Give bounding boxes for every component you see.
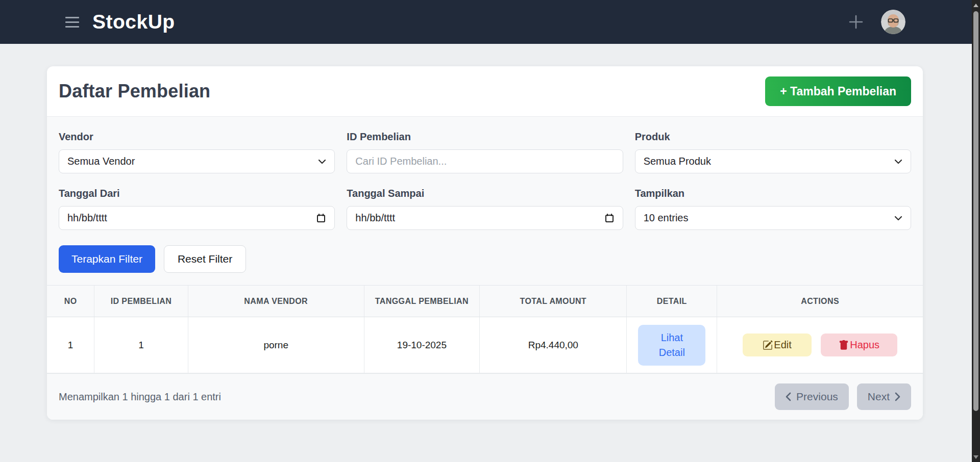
card-header: Daftar Pembelian + Tambah Pembelian [47, 66, 923, 116]
filter-section: Vendor Semua Vendor ID Pembelian Produk … [47, 116, 923, 285]
date-from-input[interactable]: hh/bb/tttt [59, 206, 335, 230]
calendar-icon [604, 213, 615, 223]
filter-label-date-from: Tanggal Dari [59, 188, 335, 199]
previous-page-button[interactable]: Previous [775, 383, 849, 410]
scrollbar[interactable] [972, 0, 980, 462]
purchase-id-search-input[interactable] [347, 149, 623, 173]
delete-button[interactable]: Hapus [821, 333, 897, 356]
product-select[interactable]: Semua Produk [635, 149, 911, 173]
filter-label-purchase-id: ID Pembelian [347, 131, 623, 143]
hamburger-icon [65, 26, 79, 28]
cell-detail: Lihat Detail [627, 317, 717, 373]
chevron-down-icon [894, 159, 902, 164]
navbar: StockUp [0, 0, 980, 44]
purchase-list-card: Daftar Pembelian + Tambah Pembelian Vend… [47, 66, 923, 420]
hamburger-icon [65, 17, 79, 18]
cell-purchase-date: 19-10-2025 [364, 317, 480, 373]
chevron-down-icon [894, 216, 902, 221]
table-header-row: NO ID PEMBELIAN NAMA VENDOR TANGGAL PEMB… [47, 286, 923, 317]
cell-actions: Edit Hapus [717, 317, 923, 373]
cell-purchase-id: 1 [94, 317, 188, 373]
avatar[interactable] [881, 10, 905, 34]
card-footer: Menampilkan 1 hingga 1 dari 1 entri Prev… [47, 373, 923, 420]
vendor-select[interactable]: Semua Vendor [59, 149, 335, 173]
chevron-down-icon [318, 159, 326, 164]
main-content: Daftar Pembelian + Tambah Pembelian Vend… [0, 44, 980, 420]
hamburger-icon [65, 21, 79, 23]
header-vendor-name: NAMA VENDOR [188, 286, 364, 317]
edit-button[interactable]: Edit [743, 333, 812, 356]
filter-label-vendor: Vendor [59, 131, 335, 143]
header-actions: ACTIONS [717, 286, 923, 317]
header-purchase-id: ID PEMBELIAN [94, 286, 188, 317]
cell-no: 1 [47, 317, 94, 373]
scrollbar-thumb[interactable] [973, 11, 978, 411]
scroll-up-arrow-icon[interactable] [972, 1, 980, 9]
header-total-amount: TOTAL AMOUNT [480, 286, 627, 317]
header-purchase-date: TANGGAL PEMBELIAN [364, 286, 480, 317]
chevron-right-icon [895, 392, 900, 401]
trash-icon [839, 340, 849, 350]
header-no: NO [47, 286, 94, 317]
next-page-button[interactable]: Next [857, 383, 911, 410]
table-row: 1 1 porne 19-10-2025 Rp4.440,00 Lihat De… [47, 317, 923, 373]
header-detail: DETAIL [627, 286, 717, 317]
entries-select[interactable]: 10 entries [635, 206, 911, 230]
add-purchase-button[interactable]: + Tambah Pembelian [765, 76, 911, 106]
reset-filter-button[interactable]: Reset Filter [164, 245, 246, 273]
menu-toggle-button[interactable] [65, 17, 79, 28]
filter-label-product: Produk [635, 131, 911, 143]
filter-label-date-to: Tanggal Sampai [347, 188, 623, 199]
cell-total-amount: Rp4.440,00 [480, 317, 627, 373]
pagination-summary: Menampilkan 1 hingga 1 dari 1 entri [59, 391, 221, 403]
apply-filter-button[interactable]: Terapkan Filter [59, 245, 155, 273]
purchases-table: NO ID PEMBELIAN NAMA VENDOR TANGGAL PEMB… [47, 285, 923, 373]
date-to-input[interactable]: hh/bb/tttt [347, 206, 623, 230]
plus-icon[interactable] [847, 13, 865, 31]
page-title: Daftar Pembelian [59, 81, 210, 102]
scroll-down-arrow-icon[interactable] [972, 453, 980, 461]
calendar-icon [316, 213, 326, 223]
pencil-square-icon [763, 340, 773, 350]
filter-label-show-entries: Tampilkan [635, 188, 911, 199]
view-detail-button[interactable]: Lihat Detail [638, 325, 705, 366]
chevron-left-icon [786, 392, 791, 401]
app-brand[interactable]: StockUp [92, 11, 175, 33]
cell-vendor-name: porne [188, 317, 364, 373]
